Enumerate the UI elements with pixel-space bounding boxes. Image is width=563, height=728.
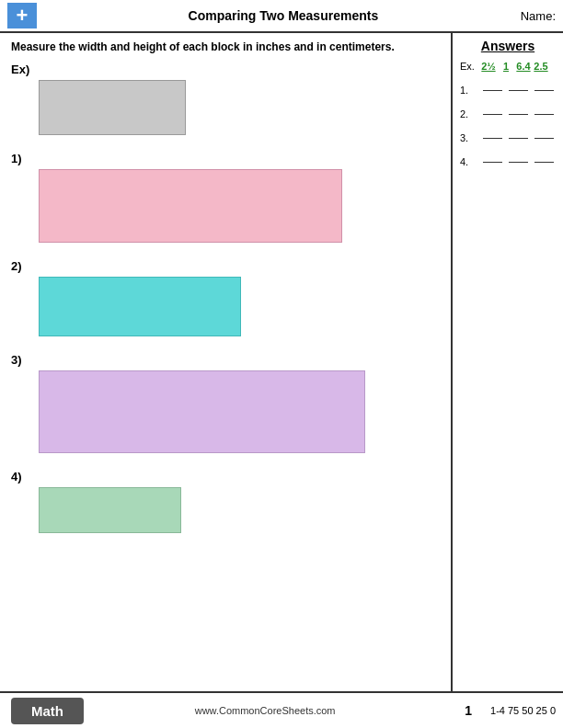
answers-panel: Answers Ex. 2½ 1 6.4 2.5 1. 2. 3. (453, 33, 563, 691)
logo-icon (7, 3, 37, 28)
instructions-text: Measure the width and height of each blo… (11, 40, 440, 53)
answer-2-blank-1 (483, 114, 502, 115)
problem-3: 3) (11, 353, 440, 453)
rect-2-container (39, 277, 440, 336)
page-footer: Math www.CommonCoreSheets.com 1 1-4 75 5… (0, 691, 563, 728)
answer-ex-v3: 6.4 (516, 61, 531, 72)
problem-3-label: 3) (11, 353, 440, 367)
answers-title: Answers (460, 39, 556, 53)
footer-scores: 1-4 75 50 25 0 (490, 705, 556, 716)
problem-1-label: 1) (11, 152, 440, 165)
rect-2 (39, 277, 241, 336)
name-field: Name: (521, 9, 556, 23)
answer-3-blank-2 (509, 138, 528, 139)
answer-ex-v2: 1 (499, 61, 513, 72)
rect-ex (39, 80, 186, 135)
answer-row-3: 3. (460, 132, 556, 143)
answer-2-blank-2 (509, 114, 528, 115)
rect-ex-container (39, 80, 440, 135)
page-header: Comparing Two Measurements Name: (0, 0, 563, 33)
rect-4-container (39, 487, 440, 533)
answer-1-blank-2 (509, 90, 528, 91)
answer-1-blank-3 (534, 90, 554, 91)
rect-3 (39, 370, 365, 453)
answer-ex-v1: 2½ (481, 61, 496, 72)
rect-1-container (39, 169, 440, 243)
answer-2-label: 2. (460, 108, 478, 119)
problem-4-label: 4) (11, 470, 440, 483)
answer-row-ex: Ex. 2½ 1 6.4 2.5 (460, 61, 556, 72)
answer-4-blank-3 (534, 162, 554, 163)
answer-3-blank-1 (483, 138, 502, 139)
rect-4 (39, 487, 181, 533)
answer-4-label: 4. (460, 156, 478, 167)
math-badge: Math (11, 698, 84, 724)
problem-ex-label: Ex) (11, 63, 440, 76)
footer-page-number: 1 (465, 703, 472, 718)
problem-2-label: 2) (11, 259, 440, 273)
answer-ex-v4: 2.5 (534, 61, 548, 72)
answer-1-label: 1. (460, 85, 478, 96)
page-title: Comparing Two Measurements (46, 8, 521, 23)
answer-row-4: 4. (460, 156, 556, 167)
rect-1 (39, 169, 342, 243)
answer-ex-label: Ex. (460, 61, 478, 72)
problem-2: 2) (11, 259, 440, 336)
answer-4-blank-2 (509, 162, 528, 163)
content-area: Measure the width and height of each blo… (0, 33, 453, 691)
main-layout: Measure the width and height of each blo… (0, 33, 563, 691)
answer-2-blank-3 (534, 114, 554, 115)
answer-3-blank-3 (534, 138, 554, 139)
footer-url: www.CommonCoreSheets.com (84, 705, 446, 716)
answer-4-blank-1 (483, 162, 502, 163)
problem-1: 1) (11, 152, 440, 243)
rect-3-container (39, 370, 440, 453)
answer-3-label: 3. (460, 132, 478, 143)
answer-row-2: 2. (460, 108, 556, 119)
problem-4: 4) (11, 470, 440, 533)
problem-ex: Ex) (11, 63, 440, 135)
answer-row-1: 1. (460, 85, 556, 96)
answer-1-blank-1 (483, 90, 502, 91)
